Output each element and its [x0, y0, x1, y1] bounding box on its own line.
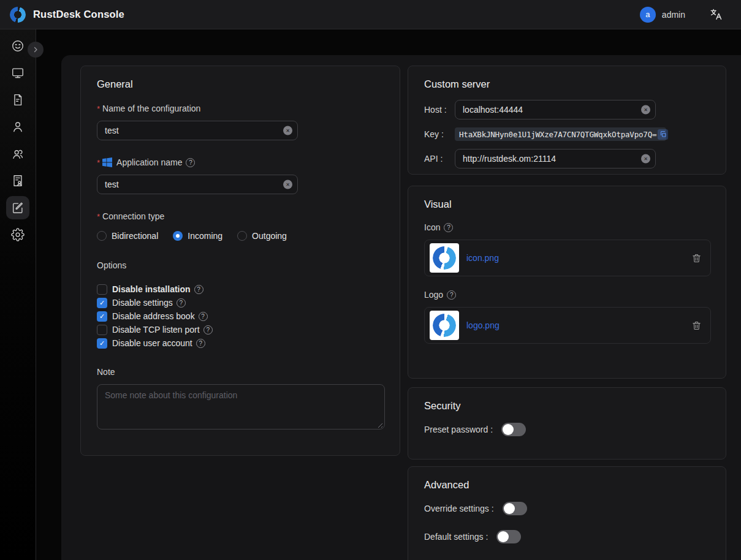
logo-file-link[interactable]: logo.png	[466, 320, 500, 330]
sidebar-collapse-button[interactable]	[28, 42, 44, 58]
app-name-label: * Application name ?	[97, 157, 384, 167]
default-settings-toggle[interactable]	[496, 530, 521, 543]
radio-icon[interactable]	[97, 231, 107, 241]
general-title: General	[97, 78, 384, 90]
note-field	[97, 384, 385, 432]
sidebar-item-dashboard[interactable]	[6, 34, 29, 58]
rustdesk-logo-icon	[10, 7, 26, 23]
translate-icon	[710, 8, 723, 21]
config-name-label: * Name of the configuration	[97, 104, 384, 113]
radio-icon[interactable]	[237, 231, 247, 241]
connection-type-label: * Connection type	[97, 211, 384, 221]
preset-password-toggle[interactable]	[501, 423, 526, 436]
checkbox-unchecked-icon[interactable]	[97, 325, 107, 335]
option-disable-address-book[interactable]: ✓ Disable address book ?	[97, 309, 384, 323]
radio-outgoing[interactable]: Outgoing	[237, 231, 287, 241]
sidebar-item-users[interactable]	[6, 115, 29, 138]
preset-password-label: Preset password :	[424, 425, 493, 434]
override-settings-toggle[interactable]	[503, 502, 527, 515]
icon-file-link[interactable]: icon.png	[466, 253, 499, 263]
help-icon[interactable]: ?	[177, 298, 186, 308]
visual-title: Visual	[424, 199, 710, 210]
override-settings-row: Override settings :	[424, 502, 710, 515]
visual-panel: Visual Icon ? icon.png Logo ?	[408, 186, 726, 379]
help-icon[interactable]: ?	[203, 325, 213, 335]
advanced-title: Advanced	[424, 479, 710, 491]
toggle-knob	[504, 503, 515, 514]
radio-bidirectional[interactable]: Bidirectional	[97, 231, 158, 241]
api-input[interactable]	[455, 149, 656, 168]
required-asterisk: *	[97, 158, 100, 167]
sidebar	[0, 29, 36, 560]
windows-icon	[102, 157, 112, 167]
help-icon[interactable]: ?	[444, 223, 453, 232]
document-icon	[11, 93, 25, 107]
host-input[interactable]	[455, 100, 656, 119]
users-icon	[11, 147, 25, 161]
config-name-input[interactable]	[97, 121, 298, 140]
custom-server-title: Custom server	[424, 78, 710, 90]
logo-label: Logo ?	[424, 290, 710, 300]
options-list: Disable installation ? ✓ Disable setting…	[97, 282, 384, 350]
connection-type-group: Bidirectional Incoming Outgoing	[97, 231, 384, 241]
help-icon[interactable]: ?	[186, 158, 195, 167]
radio-incoming[interactable]: Incoming	[173, 231, 222, 241]
radio-selected-icon[interactable]	[173, 231, 183, 241]
note-textarea[interactable]	[97, 384, 385, 429]
help-icon[interactable]: ?	[199, 312, 208, 321]
smiley-icon	[11, 39, 25, 53]
user-avatar[interactable]: a	[640, 7, 656, 23]
api-field: ✕	[455, 149, 656, 168]
app-title: RustDesk Console	[33, 9, 124, 20]
sidebar-item-settings[interactable]	[6, 223, 29, 246]
help-icon[interactable]: ?	[447, 290, 456, 300]
delete-icon-button[interactable]	[691, 253, 702, 263]
note-label: Note	[97, 367, 384, 377]
logo-thumbnail	[430, 311, 459, 340]
sidebar-item-configurations[interactable]	[6, 196, 29, 219]
sidebar-item-groups[interactable]	[6, 142, 29, 165]
clear-icon[interactable]: ✕	[283, 126, 292, 135]
main-content: General * Name of the configuration ✕ * …	[61, 55, 741, 560]
option-disable-settings[interactable]: ✓ Disable settings ?	[97, 296, 384, 309]
checkbox-checked-icon[interactable]: ✓	[97, 338, 107, 349]
toggle-knob	[503, 424, 514, 435]
key-value-chip: HtaXBkJNHyn0e1U1jWXze7A7CN7QTGWqxkOtpaVp…	[455, 127, 666, 141]
monitor-icon	[11, 66, 25, 80]
checkbox-unchecked-icon[interactable]	[97, 284, 107, 295]
clear-icon[interactable]: ✕	[641, 154, 650, 164]
override-settings-label: Override settings :	[424, 504, 494, 513]
clear-icon[interactable]: ✕	[283, 180, 292, 189]
delete-logo-button[interactable]	[691, 320, 702, 331]
checkbox-checked-icon[interactable]: ✓	[97, 298, 107, 308]
app-name-input[interactable]	[97, 175, 298, 194]
general-panel: General * Name of the configuration ✕ * …	[80, 66, 400, 456]
clear-icon[interactable]: ✕	[641, 105, 650, 115]
option-disable-installation[interactable]: Disable installation ?	[97, 282, 384, 296]
default-settings-row: Default settings :	[424, 530, 710, 543]
security-title: Security	[424, 400, 710, 412]
language-switch-button[interactable]	[710, 8, 723, 21]
gear-icon	[11, 228, 25, 241]
help-icon[interactable]: ?	[194, 285, 203, 294]
host-field: ✕	[455, 100, 656, 119]
help-icon[interactable]: ?	[196, 339, 205, 348]
option-disable-tcp-listen-port[interactable]: Disable TCP listen port ?	[97, 323, 384, 336]
trash-icon	[691, 253, 702, 263]
option-disable-user-account[interactable]: ✓ Disable user account ?	[97, 336, 384, 350]
chevron-right-icon	[32, 46, 39, 53]
sidebar-item-audit[interactable]	[6, 169, 29, 192]
toggle-knob	[498, 531, 509, 542]
username[interactable]: admin	[662, 10, 685, 20]
rustdesk-console-screen: RustDesk Console a admin	[0, 0, 741, 560]
sidebar-item-devices[interactable]	[6, 61, 29, 85]
preset-password-row: Preset password :	[424, 423, 710, 436]
required-asterisk: *	[97, 104, 100, 113]
key-label: Key :	[424, 129, 455, 139]
security-panel: Security Preset password :	[408, 387, 726, 460]
trash-icon	[691, 320, 702, 331]
checkbox-checked-icon[interactable]: ✓	[97, 311, 107, 322]
rustdesk-logo-icon	[433, 314, 456, 337]
copy-button[interactable]	[658, 129, 668, 140]
sidebar-item-logs[interactable]	[6, 88, 29, 112]
